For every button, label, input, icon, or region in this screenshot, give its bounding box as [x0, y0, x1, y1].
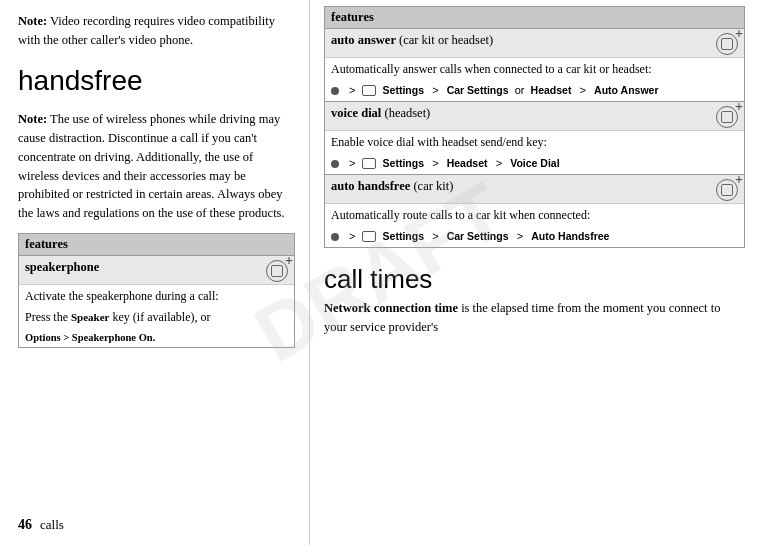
settings-icon2: [362, 158, 376, 169]
speakerphone-desc1: Activate the speakerphone during a call:: [25, 289, 219, 303]
speakerphone-row: speakerphone: [19, 256, 294, 285]
speakerphone-desc2: Press the Speaker key (if available), or: [19, 309, 294, 330]
speakerphone-desc3: key (if available), or: [110, 310, 211, 324]
voice-dial-desc: Enable voice dial with headset send/end …: [325, 131, 744, 155]
voice-dial-nav: > Settings > Headset > Voice Dial: [325, 155, 744, 174]
left-features-table: features speakerphone Activate the speak…: [18, 233, 295, 348]
note2-label: Note:: [18, 112, 47, 126]
auto-answer-row: auto answer (car kit or headset): [325, 29, 744, 58]
settings-icon1: [362, 85, 376, 96]
auto-answer-desc1: Automatically answer calls when connecte…: [331, 62, 652, 76]
arrow4: >: [346, 157, 355, 169]
auto-handsfree-icon-inner: [721, 184, 733, 196]
right-table-header: features: [325, 7, 745, 29]
auto-answer-name: auto answer (car kit or headset): [331, 33, 493, 48]
speakerphone-desc2-text: Press the: [25, 310, 71, 324]
page-label: calls: [40, 517, 64, 533]
speakerphone-nav: Options > Speakerphone On.: [19, 331, 294, 347]
arrow2: >: [429, 84, 442, 96]
auto-handsfree-row: auto handsfree (car kit): [325, 175, 744, 204]
note2: Note: The use of wireless phones while d…: [18, 110, 295, 223]
auto-handsfree-desc1: Automatically route calls to a car kit w…: [331, 208, 590, 222]
right-column: features auto answer (car kit or headset…: [310, 0, 759, 545]
call-times-section: call times Network connection time is th…: [324, 258, 745, 337]
note1: Note: Video recording requires video com…: [18, 12, 295, 50]
arrow6: >: [493, 157, 506, 169]
car-settings-label2: Car Settings: [447, 230, 509, 242]
call-times-desc: Network connection time is the elapsed t…: [324, 299, 745, 337]
voice-dial-name: voice dial (headset): [331, 106, 430, 121]
car-settings-label: Car Settings: [447, 84, 509, 96]
auto-answer-desc: Automatically answer calls when connecte…: [325, 58, 744, 82]
settings-label3: Settings: [380, 230, 424, 242]
speakerphone-name: speakerphone: [25, 260, 99, 275]
bullet1: [331, 87, 339, 95]
settings-icon3: [362, 231, 376, 242]
network-bold: Network connection time: [324, 301, 458, 315]
auto-handsfree-nav: > Settings > Car Settings > Auto Handsfr…: [325, 228, 744, 247]
left-table-header: features: [19, 233, 295, 255]
page-number-area: 46 calls: [18, 517, 295, 533]
auto-answer-icon: [716, 33, 738, 55]
arrow3: >: [577, 84, 590, 96]
headset-label1: Headset: [531, 84, 572, 96]
or-text: or: [512, 84, 528, 96]
bullet2: [331, 160, 339, 168]
page-number: 46: [18, 517, 32, 533]
note1-text: Video recording requires video compatibi…: [18, 14, 275, 47]
speakerphone-icon-inner: [271, 265, 283, 277]
speakerphone-icon: [266, 260, 288, 282]
left-column: Note: Video recording requires video com…: [0, 0, 310, 545]
headset-label2: Headset: [447, 157, 488, 169]
voice-dial-icon: [716, 106, 738, 128]
auto-handsfree-name: auto handsfree (car kit): [331, 179, 453, 194]
auto-answer-nav: > Settings > Car Settings or Headset > A…: [325, 82, 744, 101]
auto-answer-label: Auto Answer: [594, 84, 658, 96]
voice-dial-icon-inner: [721, 111, 733, 123]
settings-label2: Settings: [380, 157, 424, 169]
handsfree-heading: handsfree: [18, 66, 295, 97]
arrow8: >: [429, 230, 442, 242]
note1-label: Note:: [18, 14, 47, 28]
voice-dial-row: voice dial (headset): [325, 102, 744, 131]
voice-dial-desc1: Enable voice dial with headset send/end …: [331, 135, 547, 149]
arrow1: >: [346, 84, 355, 96]
arrow7: >: [346, 230, 355, 242]
auto-handsfree-label: Auto Handsfree: [531, 230, 609, 242]
bullet3: [331, 233, 339, 241]
settings-label1: Settings: [380, 84, 424, 96]
voice-dial-label: Voice Dial: [510, 157, 559, 169]
note2-text: The use of wireless phones while driving…: [18, 112, 285, 220]
auto-handsfree-desc: Automatically route calls to a car kit w…: [325, 204, 744, 228]
arrow9: >: [514, 230, 527, 242]
auto-handsfree-icon: [716, 179, 738, 201]
auto-answer-icon-inner: [721, 38, 733, 50]
call-times-heading: call times: [324, 264, 745, 295]
right-features-table: features auto answer (car kit or headset…: [324, 6, 745, 248]
speakerphone-desc: Activate the speakerphone during a call:: [19, 285, 294, 309]
speaker-key: Speaker: [71, 311, 110, 323]
options-label: Options > Speakerphone On.: [25, 332, 155, 343]
arrow5: >: [429, 157, 442, 169]
